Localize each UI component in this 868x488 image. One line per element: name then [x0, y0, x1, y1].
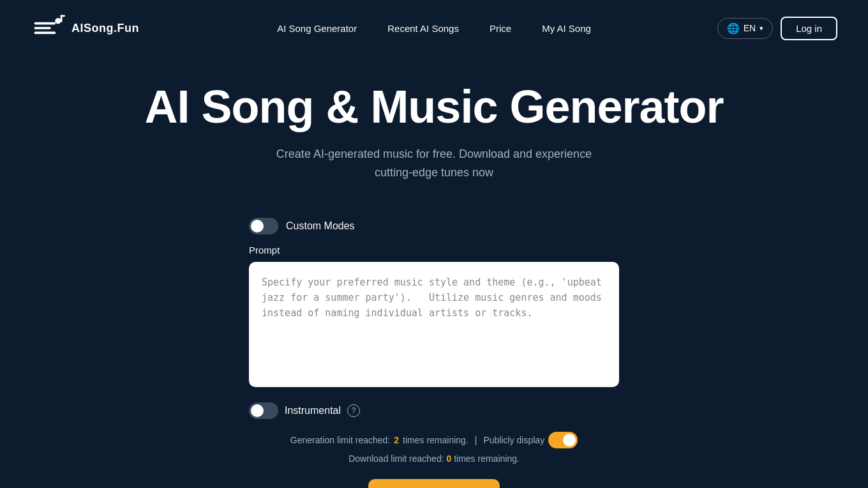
download-limit-suffix: times remaining.	[454, 454, 520, 464]
hero-section: AI Song & Music Generator Create AI-gene…	[0, 56, 868, 218]
instrumental-row: Instrumental ?	[249, 402, 619, 419]
instrumental-label: Instrumental	[285, 405, 341, 416]
chevron-down-icon: ▾	[760, 24, 763, 33]
nav-right: 🌐 EN ▾ Log in	[717, 17, 837, 40]
status-divider: |	[475, 435, 477, 445]
svg-point-3	[55, 18, 61, 24]
navbar: AISong.Fun AI Song Generator Recent AI S…	[0, 0, 868, 56]
language-label: EN	[744, 23, 756, 33]
generate-button[interactable]: Generate	[368, 479, 500, 488]
svg-rect-2	[34, 32, 56, 34]
logo-icon	[31, 10, 66, 46]
svg-rect-1	[34, 27, 51, 29]
custom-modes-label: Custom Modes	[286, 220, 355, 232]
prompt-textarea[interactable]	[249, 262, 619, 387]
download-limit-line: Download limit reached: 0 times remainin…	[249, 454, 619, 464]
custom-modes-toggle[interactable]	[249, 218, 278, 234]
custom-modes-slider	[249, 218, 278, 234]
nav-my-ai-song[interactable]: My AI Song	[542, 23, 591, 34]
custom-modes-row: Custom Modes	[249, 218, 619, 234]
instrumental-toggle[interactable]	[249, 402, 278, 419]
svg-rect-5	[61, 15, 65, 17]
prompt-label: Prompt	[249, 245, 619, 255]
main-form: Custom Modes Prompt Instrumental ? Gener…	[236, 218, 632, 488]
logo-text: AISong.Fun	[71, 22, 139, 35]
globe-icon: 🌐	[727, 22, 740, 34]
publicly-display-text: Publicly display	[483, 435, 544, 445]
instrumental-slider	[249, 402, 278, 419]
hero-subtitle: Create AI-generated music for free. Down…	[13, 145, 855, 182]
nav-links: AI Song Generator Recent AI Songs Price …	[277, 23, 591, 34]
generation-limit-line: Generation limit reached: 2 times remain…	[249, 432, 619, 448]
logo[interactable]: AISong.Fun	[31, 10, 139, 46]
nav-recent-ai-songs[interactable]: Recent AI Songs	[387, 23, 459, 34]
instrumental-help-icon[interactable]: ?	[347, 404, 360, 417]
publicly-display-slider	[548, 432, 578, 448]
login-button[interactable]: Log in	[781, 17, 837, 40]
nav-ai-song-generator[interactable]: AI Song Generator	[277, 23, 357, 34]
download-limit-number: 0	[446, 454, 451, 464]
download-limit-text: Download limit reached:	[348, 454, 444, 464]
generation-limit-suffix: times remaining.	[403, 435, 468, 445]
generation-limit-text: Generation limit reached:	[290, 435, 390, 445]
generation-limit-number: 2	[394, 435, 399, 445]
nav-price[interactable]: Price	[490, 23, 511, 34]
publicly-display-toggle[interactable]	[548, 432, 578, 448]
hero-title: AI Song & Music Generator	[13, 82, 855, 132]
language-selector[interactable]: 🌐 EN ▾	[717, 18, 773, 39]
svg-rect-0	[34, 22, 56, 25]
